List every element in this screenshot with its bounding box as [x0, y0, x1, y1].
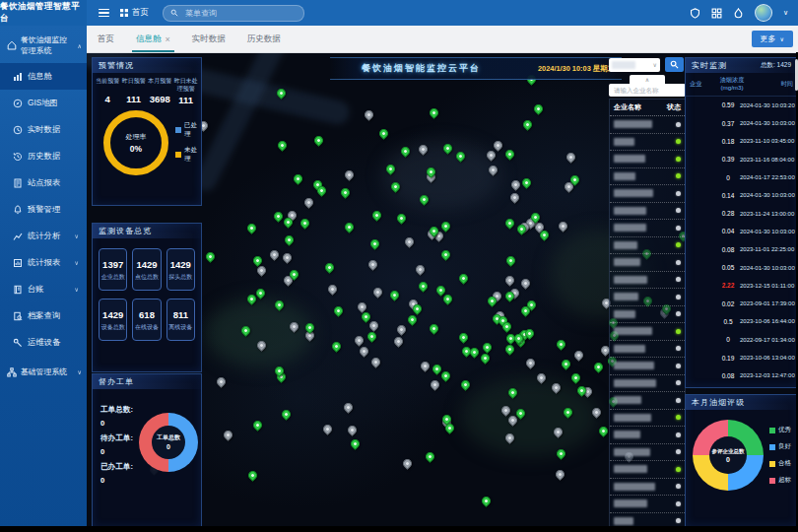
flame-icon[interactable]	[733, 8, 744, 19]
realtime-row[interactable]: 0.142024-01-30 10:03:00	[686, 186, 797, 204]
map-pin-online[interactable]	[292, 172, 304, 185]
map-pin-online[interactable]	[441, 293, 454, 305]
sidebar-section-base-system[interactable]: 基础管理系统 ∨	[0, 358, 87, 384]
map-pin-offline[interactable]	[215, 375, 228, 388]
map-pin-offline[interactable]	[268, 248, 281, 261]
collapse-handle[interactable]: ∧	[630, 75, 665, 84]
map-pin-online[interactable]	[312, 134, 325, 147]
tab-1[interactable]: 信息舱×	[125, 26, 181, 52]
tab-0[interactable]: 首页	[87, 26, 125, 52]
map-pin-online[interactable]	[457, 331, 470, 344]
map-pin-offline[interactable]	[509, 178, 522, 191]
realtime-row[interactable]: 0.372024-01-30 10:03:00	[686, 114, 797, 132]
company-row[interactable]	[610, 116, 685, 134]
map-pin-offline[interactable]	[353, 334, 366, 347]
map-pin-offline[interactable]	[367, 259, 380, 272]
map-pin-online[interactable]	[428, 322, 440, 335]
company-row[interactable]	[610, 254, 685, 272]
map-pin-offline[interactable]	[346, 424, 359, 436]
map-pin-online[interactable]	[522, 118, 535, 131]
map-pin-offline[interactable]	[520, 277, 533, 290]
apps-icon[interactable]	[711, 8, 722, 19]
map-pin-online[interactable]	[370, 209, 383, 222]
map-pin-offline[interactable]	[371, 286, 384, 299]
map-pin-offline[interactable]	[555, 468, 567, 481]
map-pin-offline[interactable]	[404, 235, 417, 248]
map-pin-offline[interactable]	[370, 356, 383, 368]
map-pin-online[interactable]	[204, 251, 217, 264]
map-pin-online[interactable]	[481, 341, 494, 354]
company-row[interactable]	[610, 341, 685, 359]
map-pin-online[interactable]	[592, 361, 605, 373]
tab-2[interactable]: 实时数据	[181, 26, 236, 52]
sidebar-section-restaurant-system[interactable]: 餐饮油烟监控管理系统 ∧	[0, 26, 87, 63]
company-row[interactable]	[610, 151, 685, 168]
map-pin-online[interactable]	[330, 340, 343, 353]
map-pin-online[interactable]	[504, 343, 517, 356]
tab-3[interactable]: 历史数据	[236, 26, 292, 52]
company-search-button[interactable]	[665, 57, 684, 72]
company-row[interactable]	[610, 185, 685, 203]
company-row[interactable]	[610, 134, 685, 152]
sidebar-item-10[interactable]: 运维设备	[0, 329, 87, 356]
map-pin-offline[interactable]	[321, 423, 334, 435]
realtime-row[interactable]: 02024-01-17 22:53:00	[686, 168, 797, 186]
realtime-row[interactable]: 0.022023-09-01 17:39:00	[686, 295, 797, 312]
map-pin-online[interactable]	[369, 237, 382, 250]
company-row[interactable]	[610, 375, 685, 393]
realtime-row[interactable]: 0.082023-11-01 22:25:00	[686, 240, 797, 258]
map-pin-offline[interactable]	[326, 283, 339, 296]
company-row[interactable]	[610, 479, 685, 497]
company-row[interactable]	[610, 272, 685, 290]
map-pin-online[interactable]	[395, 212, 408, 225]
map-pin-offline[interactable]	[557, 220, 569, 233]
map-pin-offline[interactable]	[414, 263, 427, 276]
map-pin-online[interactable]	[418, 280, 431, 293]
map-pin-online[interactable]	[281, 408, 294, 421]
map-pin-online[interactable]	[459, 379, 472, 392]
map-pin-online[interactable]	[468, 346, 481, 359]
map-pin-offline[interactable]	[395, 324, 408, 337]
map-pin-offline[interactable]	[401, 457, 414, 470]
map-pin-online[interactable]	[569, 371, 582, 384]
map-pin-online[interactable]	[440, 220, 453, 233]
map-pin-online[interactable]	[439, 248, 452, 261]
map-pin-online[interactable]	[343, 221, 356, 233]
map-pin-offline[interactable]	[524, 357, 537, 369]
sidebar-item-9[interactable]: 档案查询	[0, 302, 87, 329]
sidebar-item-6[interactable]: 统计分析∨	[0, 223, 87, 249]
map-pin-offline[interactable]	[419, 360, 432, 372]
sidebar-item-8[interactable]: 台账∨	[0, 276, 87, 302]
more-button[interactable]: 更多 ∨	[752, 31, 793, 47]
company-row[interactable]	[610, 496, 685, 513]
company-row[interactable]	[610, 323, 685, 341]
map-pin-offline[interactable]	[281, 251, 294, 264]
map-pin-online[interactable]	[439, 370, 452, 383]
map-pin-offline[interactable]	[572, 349, 585, 362]
company-name-input[interactable]	[612, 86, 683, 95]
realtime-row[interactable]: 0.192023-10-06 13:04:00	[686, 349, 797, 366]
map-pin-online[interactable]	[503, 217, 516, 230]
company-row[interactable]	[610, 444, 685, 462]
map-pin-offline[interactable]	[358, 345, 370, 358]
close-icon[interactable]: ×	[166, 34, 170, 44]
map-pin-offline[interactable]	[302, 196, 315, 209]
company-row[interactable]	[610, 306, 685, 324]
company-row[interactable]	[610, 410, 685, 428]
realtime-row[interactable]: 0.052024-01-30 10:03:00	[686, 258, 797, 276]
company-row[interactable]	[610, 358, 685, 375]
map-pin-online[interactable]	[457, 272, 470, 285]
sidebar-item-3[interactable]: 历史数据	[0, 143, 87, 169]
realtime-row[interactable]: 0.082023-12-03 12:47:00	[686, 366, 797, 384]
map-pin-offline[interactable]	[344, 168, 357, 181]
breadcrumb[interactable]: 首页	[120, 7, 149, 19]
map-pin-offline[interactable]	[342, 401, 355, 414]
sidebar-item-0[interactable]: 信息舱	[0, 63, 87, 90]
realtime-row[interactable]: 0.182023-11-10 03:45:00	[686, 132, 797, 150]
company-row[interactable]	[610, 392, 685, 410]
sidebar-item-5[interactable]: 预警管理	[0, 196, 87, 223]
chevron-down-icon[interactable]: ∨	[783, 9, 788, 17]
realtime-row[interactable]: 0.282023-11-24 13:00:00	[686, 205, 797, 223]
company-row[interactable]	[610, 237, 685, 255]
map-pin-offline[interactable]	[392, 336, 405, 349]
